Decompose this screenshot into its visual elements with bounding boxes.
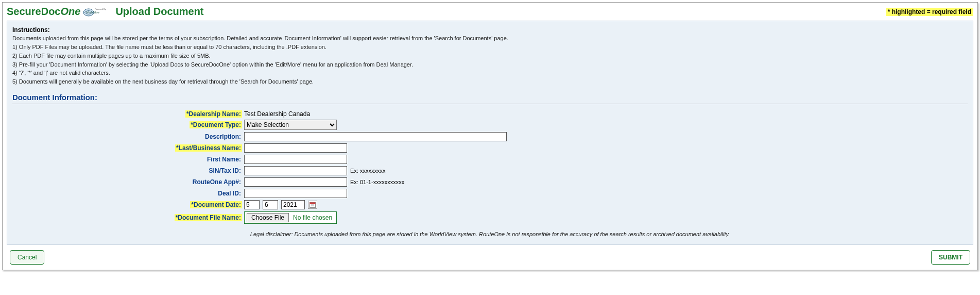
label-last-business: *Last/Business Name: [175,144,242,152]
sin-tax-input[interactable] [244,166,347,175]
deal-id-input[interactable] [244,189,347,198]
row-dealership-name: *Dealership Name: Test Dealership Canada [167,109,968,119]
label-deal-id: Deal ID: [217,190,242,197]
row-first-name: First Name: [167,154,968,165]
label-dealership-name: *Dealership Name: [185,110,242,118]
submit-button[interactable]: SUBMIT [931,250,970,265]
row-last-business: *Last/Business Name: [167,142,968,154]
first-name-input[interactable] [244,155,347,164]
row-routeone-app: RouteOne App#: Ex: 01-1-xxxxxxxxxxx [167,176,968,188]
svg-text:Powered By: Powered By [95,8,106,10]
worldview-logo-icon: WorldView Powered By [82,7,112,17]
cancel-button[interactable]: Cancel [10,250,44,265]
label-description: Description: [204,133,242,140]
file-picker[interactable]: Choose File No file chosen [244,211,337,224]
hint-sin-tax: Ex: xxxxxxxxx [350,168,385,174]
main-panel: Instructions: Documents uploaded from th… [7,21,973,245]
svg-rect-4 [310,203,316,204]
label-document-type: *Document Type: [190,121,242,128]
brand-suffix: One [61,6,81,17]
required-field-note: * highlighted = required field [886,8,973,16]
date-day-input[interactable] [244,200,260,209]
date-year-input[interactable] [281,200,305,209]
last-business-input[interactable] [244,143,347,153]
section-divider [12,104,968,104]
page-title: Upload Document [115,6,203,18]
row-sin-tax: SIN/Tax ID: Ex: xxxxxxxxx [167,165,968,176]
row-document-type: *Document Type: Make Selection [167,119,968,131]
brand: SecureDocOne [7,6,80,18]
file-status-text: No file chosen [293,214,332,221]
title-row: SecureDocOne WorldView Powered By Upload… [7,6,973,18]
hint-routeone-app: Ex: 01-1-xxxxxxxxxxx [350,179,404,185]
instructions-line-2: 2) Each PDF file may contain multiple pa… [12,52,968,60]
brand-prefix: SecureDoc [7,6,61,17]
label-sin-tax: SIN/Tax ID: [208,167,242,174]
svg-text:WorldView: WorldView [86,11,99,14]
instructions-line-5: 5) Documents will generally be available… [12,78,968,86]
legal-disclaimer: Legal disclaimer: Documents uploaded fro… [12,231,968,237]
choose-file-button[interactable]: Choose File [247,213,289,222]
instructions-line-1: 1) Only PDF Files may be uploaded. The f… [12,43,968,51]
instructions-header: Instructions: [12,26,968,34]
title-left: SecureDocOne WorldView Powered By Upload… [7,6,204,18]
label-document-date: *Document Date: [190,201,242,208]
footer-row: Cancel SUBMIT [7,250,973,265]
page-container: SecureDocOne WorldView Powered By Upload… [2,2,978,270]
label-document-file: *Document File Name: [175,214,242,221]
value-dealership-name: Test Dealership Canada [244,110,310,118]
label-routeone-app: RouteOne App#: [192,178,242,186]
calendar-icon[interactable] [308,201,317,209]
form-area: *Dealership Name: Test Dealership Canada… [167,109,968,225]
section-title: Document Information: [12,93,968,102]
instructions-line-3: 3) Pre-fill your 'Document Information' … [12,61,968,69]
routeone-app-input[interactable] [244,177,347,187]
instructions-intro: Documents uploaded from this page will b… [12,35,968,42]
label-first-name: First Name: [206,156,242,163]
instructions-line-4: 4) '?', '*' and '|' are not valid charac… [12,69,968,77]
row-description: Description: [167,131,968,142]
document-type-select[interactable]: Make Selection [244,120,337,130]
row-document-date: *Document Date: [167,199,968,210]
row-deal-id: Deal ID: [167,188,968,199]
row-document-file: *Document File Name: Choose File No file… [167,210,968,225]
description-input[interactable] [244,132,507,141]
date-month-input[interactable] [263,200,278,209]
